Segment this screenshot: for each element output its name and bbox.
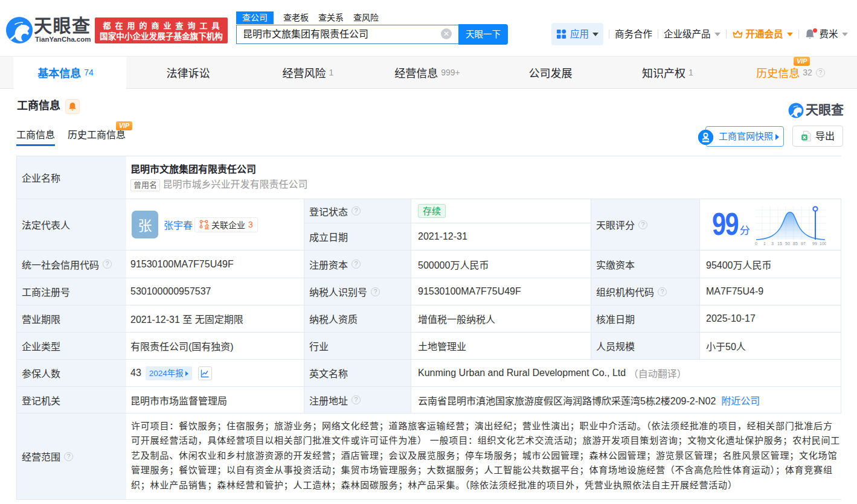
svg-text:3: 3 [771, 241, 774, 246]
svg-text:50: 50 [785, 241, 790, 246]
svg-text:1: 1 [763, 241, 766, 246]
svg-text:15: 15 [777, 241, 782, 246]
svg-text:85: 85 [793, 241, 798, 246]
svg-text:99: 99 [812, 241, 817, 246]
svg-text:97: 97 [801, 241, 806, 246]
svg-text:企: 企 [204, 223, 210, 230]
svg-text:0: 0 [755, 241, 757, 246]
svg-text:100: 100 [820, 241, 826, 246]
